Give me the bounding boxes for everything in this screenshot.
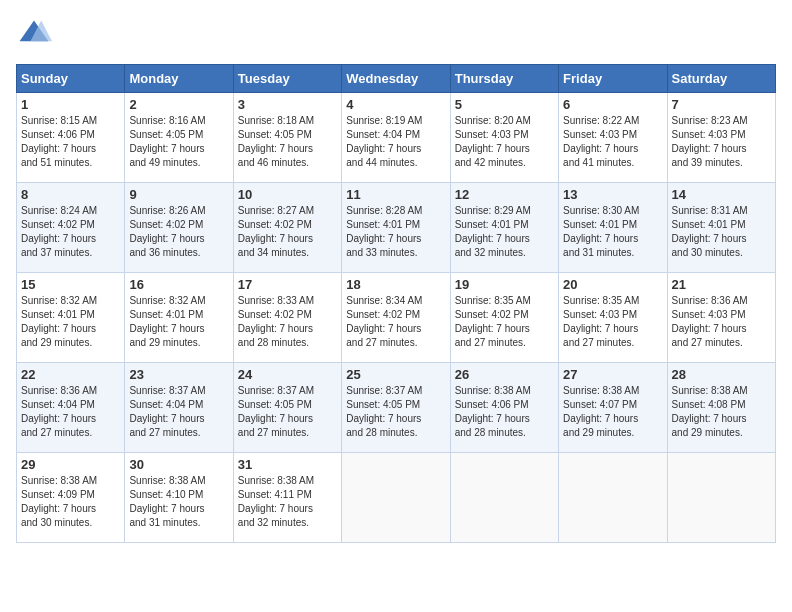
cell-details: Sunrise: 8:23 AMSunset: 4:03 PMDaylight:… <box>672 114 771 170</box>
calendar-cell: 31Sunrise: 8:38 AMSunset: 4:11 PMDayligh… <box>233 453 341 543</box>
day-number: 1 <box>21 97 120 112</box>
page-header <box>16 16 776 52</box>
day-number: 18 <box>346 277 445 292</box>
calendar-week-1: 1Sunrise: 8:15 AMSunset: 4:06 PMDaylight… <box>17 93 776 183</box>
day-number: 28 <box>672 367 771 382</box>
day-number: 10 <box>238 187 337 202</box>
day-number: 5 <box>455 97 554 112</box>
calendar-week-2: 8Sunrise: 8:24 AMSunset: 4:02 PMDaylight… <box>17 183 776 273</box>
calendar-cell: 20Sunrise: 8:35 AMSunset: 4:03 PMDayligh… <box>559 273 667 363</box>
cell-details: Sunrise: 8:33 AMSunset: 4:02 PMDaylight:… <box>238 294 337 350</box>
day-number: 3 <box>238 97 337 112</box>
cell-details: Sunrise: 8:28 AMSunset: 4:01 PMDaylight:… <box>346 204 445 260</box>
weekday-header-thursday: Thursday <box>450 65 558 93</box>
calendar-cell: 17Sunrise: 8:33 AMSunset: 4:02 PMDayligh… <box>233 273 341 363</box>
cell-details: Sunrise: 8:29 AMSunset: 4:01 PMDaylight:… <box>455 204 554 260</box>
day-number: 15 <box>21 277 120 292</box>
calendar-cell: 30Sunrise: 8:38 AMSunset: 4:10 PMDayligh… <box>125 453 233 543</box>
calendar-week-4: 22Sunrise: 8:36 AMSunset: 4:04 PMDayligh… <box>17 363 776 453</box>
day-number: 22 <box>21 367 120 382</box>
cell-details: Sunrise: 8:16 AMSunset: 4:05 PMDaylight:… <box>129 114 228 170</box>
cell-details: Sunrise: 8:20 AMSunset: 4:03 PMDaylight:… <box>455 114 554 170</box>
day-number: 8 <box>21 187 120 202</box>
day-number: 4 <box>346 97 445 112</box>
calendar-table: SundayMondayTuesdayWednesdayThursdayFrid… <box>16 64 776 543</box>
calendar-cell: 9Sunrise: 8:26 AMSunset: 4:02 PMDaylight… <box>125 183 233 273</box>
cell-details: Sunrise: 8:22 AMSunset: 4:03 PMDaylight:… <box>563 114 662 170</box>
day-number: 17 <box>238 277 337 292</box>
calendar-cell: 18Sunrise: 8:34 AMSunset: 4:02 PMDayligh… <box>342 273 450 363</box>
calendar-cell: 29Sunrise: 8:38 AMSunset: 4:09 PMDayligh… <box>17 453 125 543</box>
calendar-cell: 8Sunrise: 8:24 AMSunset: 4:02 PMDaylight… <box>17 183 125 273</box>
calendar-cell <box>342 453 450 543</box>
cell-details: Sunrise: 8:24 AMSunset: 4:02 PMDaylight:… <box>21 204 120 260</box>
weekday-header-tuesday: Tuesday <box>233 65 341 93</box>
calendar-cell: 5Sunrise: 8:20 AMSunset: 4:03 PMDaylight… <box>450 93 558 183</box>
calendar-cell: 3Sunrise: 8:18 AMSunset: 4:05 PMDaylight… <box>233 93 341 183</box>
day-number: 20 <box>563 277 662 292</box>
day-number: 9 <box>129 187 228 202</box>
cell-details: Sunrise: 8:37 AMSunset: 4:05 PMDaylight:… <box>346 384 445 440</box>
cell-details: Sunrise: 8:38 AMSunset: 4:06 PMDaylight:… <box>455 384 554 440</box>
cell-details: Sunrise: 8:26 AMSunset: 4:02 PMDaylight:… <box>129 204 228 260</box>
day-number: 13 <box>563 187 662 202</box>
cell-details: Sunrise: 8:18 AMSunset: 4:05 PMDaylight:… <box>238 114 337 170</box>
calendar-cell: 6Sunrise: 8:22 AMSunset: 4:03 PMDaylight… <box>559 93 667 183</box>
calendar-cell <box>450 453 558 543</box>
day-number: 12 <box>455 187 554 202</box>
cell-details: Sunrise: 8:30 AMSunset: 4:01 PMDaylight:… <box>563 204 662 260</box>
cell-details: Sunrise: 8:32 AMSunset: 4:01 PMDaylight:… <box>21 294 120 350</box>
calendar-cell: 23Sunrise: 8:37 AMSunset: 4:04 PMDayligh… <box>125 363 233 453</box>
calendar-cell: 24Sunrise: 8:37 AMSunset: 4:05 PMDayligh… <box>233 363 341 453</box>
day-number: 7 <box>672 97 771 112</box>
cell-details: Sunrise: 8:31 AMSunset: 4:01 PMDaylight:… <box>672 204 771 260</box>
calendar-cell: 28Sunrise: 8:38 AMSunset: 4:08 PMDayligh… <box>667 363 775 453</box>
calendar-cell: 4Sunrise: 8:19 AMSunset: 4:04 PMDaylight… <box>342 93 450 183</box>
calendar-cell: 25Sunrise: 8:37 AMSunset: 4:05 PMDayligh… <box>342 363 450 453</box>
day-number: 25 <box>346 367 445 382</box>
day-number: 23 <box>129 367 228 382</box>
weekday-header-friday: Friday <box>559 65 667 93</box>
day-number: 29 <box>21 457 120 472</box>
calendar-cell: 15Sunrise: 8:32 AMSunset: 4:01 PMDayligh… <box>17 273 125 363</box>
day-number: 16 <box>129 277 228 292</box>
day-number: 24 <box>238 367 337 382</box>
calendar-cell: 16Sunrise: 8:32 AMSunset: 4:01 PMDayligh… <box>125 273 233 363</box>
calendar-week-3: 15Sunrise: 8:32 AMSunset: 4:01 PMDayligh… <box>17 273 776 363</box>
calendar-cell: 7Sunrise: 8:23 AMSunset: 4:03 PMDaylight… <box>667 93 775 183</box>
weekday-header-saturday: Saturday <box>667 65 775 93</box>
cell-details: Sunrise: 8:36 AMSunset: 4:04 PMDaylight:… <box>21 384 120 440</box>
day-number: 21 <box>672 277 771 292</box>
calendar-cell: 26Sunrise: 8:38 AMSunset: 4:06 PMDayligh… <box>450 363 558 453</box>
weekday-header-sunday: Sunday <box>17 65 125 93</box>
calendar-cell <box>667 453 775 543</box>
day-number: 31 <box>238 457 337 472</box>
cell-details: Sunrise: 8:35 AMSunset: 4:03 PMDaylight:… <box>563 294 662 350</box>
day-number: 2 <box>129 97 228 112</box>
cell-details: Sunrise: 8:34 AMSunset: 4:02 PMDaylight:… <box>346 294 445 350</box>
day-number: 14 <box>672 187 771 202</box>
cell-details: Sunrise: 8:36 AMSunset: 4:03 PMDaylight:… <box>672 294 771 350</box>
calendar-cell: 14Sunrise: 8:31 AMSunset: 4:01 PMDayligh… <box>667 183 775 273</box>
weekday-header-monday: Monday <box>125 65 233 93</box>
cell-details: Sunrise: 8:37 AMSunset: 4:04 PMDaylight:… <box>129 384 228 440</box>
day-number: 11 <box>346 187 445 202</box>
logo <box>16 16 56 52</box>
day-number: 6 <box>563 97 662 112</box>
cell-details: Sunrise: 8:15 AMSunset: 4:06 PMDaylight:… <box>21 114 120 170</box>
day-number: 30 <box>129 457 228 472</box>
calendar-cell: 13Sunrise: 8:30 AMSunset: 4:01 PMDayligh… <box>559 183 667 273</box>
weekday-header-row: SundayMondayTuesdayWednesdayThursdayFrid… <box>17 65 776 93</box>
cell-details: Sunrise: 8:38 AMSunset: 4:10 PMDaylight:… <box>129 474 228 530</box>
cell-details: Sunrise: 8:38 AMSunset: 4:07 PMDaylight:… <box>563 384 662 440</box>
calendar-cell: 2Sunrise: 8:16 AMSunset: 4:05 PMDaylight… <box>125 93 233 183</box>
cell-details: Sunrise: 8:32 AMSunset: 4:01 PMDaylight:… <box>129 294 228 350</box>
calendar-cell: 10Sunrise: 8:27 AMSunset: 4:02 PMDayligh… <box>233 183 341 273</box>
day-number: 26 <box>455 367 554 382</box>
calendar-cell: 22Sunrise: 8:36 AMSunset: 4:04 PMDayligh… <box>17 363 125 453</box>
day-number: 27 <box>563 367 662 382</box>
day-number: 19 <box>455 277 554 292</box>
cell-details: Sunrise: 8:27 AMSunset: 4:02 PMDaylight:… <box>238 204 337 260</box>
calendar-cell: 27Sunrise: 8:38 AMSunset: 4:07 PMDayligh… <box>559 363 667 453</box>
calendar-cell: 21Sunrise: 8:36 AMSunset: 4:03 PMDayligh… <box>667 273 775 363</box>
